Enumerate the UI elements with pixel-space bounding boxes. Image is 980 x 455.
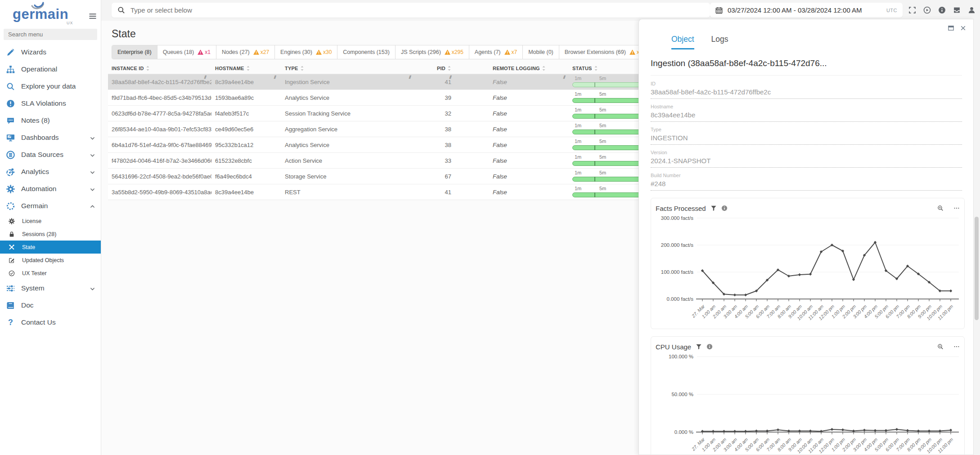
sidebar-item-dashboards[interactable]: Dashboards: [0, 129, 101, 146]
tab-browser-extensions-69[interactable]: Browser Extensions (69)x69: [559, 45, 651, 59]
sort-icon[interactable]: [300, 66, 304, 71]
user-icon[interactable]: [968, 6, 976, 14]
filter-funnel-icon[interactable]: [696, 343, 702, 350]
sort-icon[interactable]: [146, 66, 150, 71]
lock-icon: [9, 231, 16, 237]
zoom-in-icon[interactable]: [937, 205, 944, 211]
alert-circle-icon: [6, 99, 16, 108]
pencil-icon: [6, 48, 16, 57]
sidebar-item-sessions-28[interactable]: Sessions (28): [0, 228, 101, 241]
cell-type: Action Service: [281, 157, 416, 164]
cell-type: Storage Service: [281, 173, 416, 180]
cell-instance-id: 56431696-22cf-4508-9ea2-bde56f0ae0b7: [108, 173, 211, 180]
sidebar-item-operational[interactable]: Operational: [0, 61, 101, 78]
tab-label: Queues (18): [163, 49, 194, 55]
column-header-hostname[interactable]: //HOSTNAME: [211, 66, 281, 71]
panel-tab-object[interactable]: Object: [671, 35, 694, 49]
cell-remote-logging: False: [457, 173, 571, 180]
sort-icon[interactable]: [246, 66, 250, 71]
column-header-pid[interactable]: //PID: [416, 66, 457, 71]
sidebar-item-label: Dashboards: [21, 134, 59, 142]
cell-type: Aggregation Service: [281, 126, 416, 133]
sidebar-item-contact-us[interactable]: ?Contact Us: [0, 314, 101, 331]
hamburger-menu-icon[interactable]: [88, 12, 97, 21]
cell-type: Analytics Service: [281, 94, 416, 101]
column-header-remote-logging[interactable]: //REMOTE LOGGING: [457, 66, 571, 71]
field-label: Build Number: [651, 173, 962, 178]
date-range-picker[interactable]: 03/27/2024 12:00 AM - 03/28/2024 12:00 A…: [710, 3, 903, 18]
analytics-icon: [6, 168, 16, 176]
cell-instance-id: 6b4a1d76-51ef-4d2a-9f0c-67fae88469bd: [108, 142, 211, 148]
detail-panel: ObjectLogs Ingestion (38aa58af-b8ef-4a2c…: [638, 19, 974, 455]
sidebar-item-automation[interactable]: Automation: [0, 180, 101, 197]
field-value[interactable]: #248: [651, 178, 962, 191]
cell-pid: 39: [416, 94, 457, 101]
vertical-scrollbar[interactable]: [973, 19, 980, 455]
popout-window-icon[interactable]: [948, 25, 954, 31]
sidebar-item-doc[interactable]: Doc: [0, 297, 101, 314]
more-options-icon[interactable]: [953, 205, 960, 211]
sidebar-item-data-sources[interactable]: Data Sources: [0, 146, 101, 163]
sidebar-item-ux-tester[interactable]: UX Tester: [0, 267, 101, 280]
field-value[interactable]: 8c39a4ee14be: [651, 109, 962, 122]
tab-mobile-0[interactable]: Mobile (0): [523, 45, 559, 59]
more-options-icon[interactable]: [953, 343, 960, 350]
sidebar-item-germain[interactable]: Germain: [0, 197, 101, 214]
sidebar-item-system[interactable]: System: [0, 280, 101, 297]
info-icon[interactable]: [721, 205, 728, 211]
tab-js-scripts-296[interactable]: JS Scripts (296)x295: [396, 45, 469, 59]
tab-nodes-27[interactable]: Nodes (27)x27: [216, 45, 275, 59]
status-label-1m: 1m: [575, 123, 581, 128]
field-value[interactable]: 2024.1-SNAPSHOT: [651, 155, 962, 168]
column-header-instance-id[interactable]: INSTANCE ID: [108, 66, 211, 71]
tab-enterprise-8[interactable]: Enterprise (8): [112, 45, 157, 59]
sidebar-item-sla-violations[interactable]: SLA Violations: [0, 95, 101, 112]
tab-label: Browser Extensions (69): [565, 49, 626, 55]
status-label-1m: 1m: [575, 138, 581, 144]
column-header-type[interactable]: //TYPE: [281, 66, 416, 71]
sidebar-item-updated-objects[interactable]: Updated Objects: [0, 254, 101, 267]
cell-pid: 38: [416, 142, 457, 148]
brand-sub: UX: [67, 21, 73, 25]
tab-components-153[interactable]: Components (153): [337, 45, 396, 59]
scrollbar-thumb[interactable]: [975, 217, 979, 320]
cell-type: Ingestion Service: [281, 79, 416, 85]
facts-processed-chart[interactable]: 0.000 fact/s100.000 fact/s200.000 fact/s…: [656, 214, 960, 327]
sidebar-item-analytics[interactable]: Analytics: [0, 163, 101, 180]
sort-icon[interactable]: [542, 66, 546, 71]
cpu-usage-chart[interactable]: 0.000 %50.000 %100.000 %27. Mar1:00 am2:…: [656, 352, 960, 455]
info-circle-icon[interactable]: [938, 6, 946, 14]
timezone-badge: UTC: [886, 8, 897, 13]
sort-icon[interactable]: [594, 66, 598, 71]
field-value[interactable]: 38aa58af-b8ef-4a2c-b115-472d76ffbe2c: [651, 86, 962, 99]
cell-instance-id: 26f85344-ae10-40aa-9b01-7efc53cf8366: [108, 126, 211, 133]
inbox-icon[interactable]: [953, 6, 961, 14]
sidebar-item-notes-8[interactable]: Notes (8): [0, 112, 101, 129]
sidebar-item-label: UX Tester: [22, 270, 47, 277]
brand-name: germain: [13, 7, 68, 21]
sidebar-item-license[interactable]: License: [0, 214, 101, 228]
tab-engines-30[interactable]: Engines (30)x30: [275, 45, 337, 59]
sidebar-search-input[interactable]: [4, 29, 97, 40]
panel-tab-logs[interactable]: Logs: [711, 35, 728, 49]
status-label-5m: 5m: [599, 154, 606, 160]
sidebar-item-wizards[interactable]: Wizards: [0, 44, 101, 61]
tab-queues-18[interactable]: Queues (18)x1: [157, 45, 216, 59]
sidebar-item-explore-your-data[interactable]: Explore your data: [0, 78, 101, 95]
close-icon[interactable]: [960, 25, 967, 31]
sidebar-item-state[interactable]: State: [0, 241, 101, 254]
database-icon: [6, 151, 16, 159]
filter-funnel-icon[interactable]: [710, 205, 717, 211]
sitemap-icon: [6, 65, 16, 74]
fullscreen-icon[interactable]: [908, 6, 916, 14]
sort-icon[interactable]: [447, 66, 451, 71]
global-search-input[interactable]: [130, 6, 710, 14]
panel-tabs: ObjectLogs: [639, 19, 974, 49]
field-value[interactable]: INGESTION: [651, 132, 962, 145]
tab-agents-7[interactable]: Agents (7)x7: [469, 45, 523, 59]
play-circle-icon[interactable]: [923, 6, 931, 14]
zoom-in-icon[interactable]: [937, 343, 944, 350]
cell-hostname: f4afeb3f517c: [211, 110, 281, 117]
search-icon: [6, 82, 16, 91]
info-icon[interactable]: [706, 343, 713, 350]
